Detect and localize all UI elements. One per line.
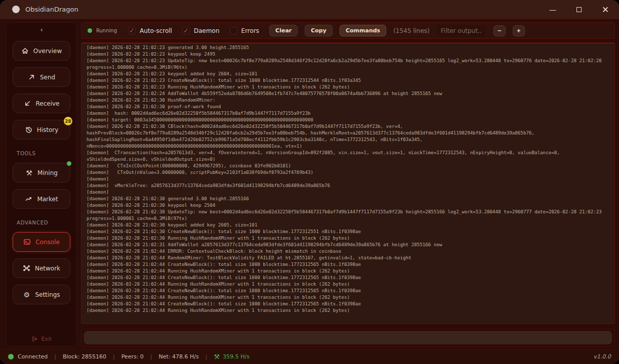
gear-icon: ⚙ (23, 291, 30, 298)
log-line: [daemon] 2026-02-28 21:02:44 ERROR: Cont… (87, 248, 609, 254)
log-line: [daemon] CTxOut(nValue=3.00000000, scrip… (87, 169, 609, 175)
clear-button[interactable]: Clear (269, 25, 298, 36)
connection-label: Connected (18, 353, 48, 360)
close-icon[interactable]: ✕ (599, 5, 612, 15)
local-hashrate: ⚒ 359.5 H/s (214, 353, 250, 360)
line-count: (1545 lines) (393, 27, 430, 34)
sidebar-item-label: Overview (33, 48, 62, 55)
exit-label: Exit (42, 336, 52, 342)
log-line: [daemon] 2026-02-28 21:02:24 AddToWallet… (87, 90, 609, 97)
exit-door-icon (31, 336, 38, 342)
checkbox-box: ✓ (128, 27, 136, 34)
window-controls: — ✕ (546, 5, 612, 15)
log-line: [daemon] 2026-02-28 21:02:23 Running Hus… (87, 83, 609, 90)
app-title: ObsidianDragon (25, 6, 78, 13)
daemon-checkbox[interactable]: ✓ Daemon (182, 27, 220, 34)
minimize-icon[interactable]: — (546, 6, 559, 14)
block-height: Block: 2855160 (63, 353, 106, 360)
app-logo-icon (12, 6, 20, 13)
commands-button[interactable]: Commands (340, 25, 386, 36)
log-line: [daemon] 2026-02-28 21:02:30 CBlock(hash… (87, 123, 609, 149)
filter-output-input[interactable] (437, 25, 485, 36)
log-line: [daemon] CTransaction(hash=a2057613d3, v… (87, 149, 609, 162)
log-line: [daemon] 2026-02-28 21:02:44 CreateNewBl… (87, 274, 609, 281)
daemon-status: Running (88, 28, 117, 33)
log-line: [daemon] 2026-02-28 21:02:44 RandomXMine… (87, 254, 609, 261)
log-line: [daemon] 2026-02-28 21:02:23 keypool add… (87, 70, 609, 77)
checkbox-label: Errors (241, 27, 260, 34)
checkbox-box: ✓ (182, 27, 190, 34)
log-line: [daemon] 2026-02-28 21:02:30 proof-of-wo… (87, 103, 609, 110)
sidebar-item-label: Console (35, 239, 60, 246)
sidebar: ‹ Overview Send Receive (6, 22, 77, 347)
log-line: [daemon] CTxIn(COutPoint(000000000, 4294… (87, 162, 609, 169)
console-output[interactable]: [daemon] 2026-02-28 21:02:23 generated 3… (81, 42, 615, 324)
log-line: [daemon] 2026-02-28 21:02:44 Running Hus… (87, 267, 609, 274)
font-increase-button[interactable]: + (513, 25, 525, 36)
errors-checkbox[interactable]: ✓ Errors (230, 27, 260, 34)
send-arrow-icon (28, 73, 35, 81)
pickaxe-icon: ⚒ (214, 353, 220, 360)
mining-active-dot (67, 161, 71, 166)
sidebar-item-network[interactable]: Network (13, 258, 70, 278)
sidebar-item-label: Mining (37, 169, 58, 176)
separator: | (54, 353, 56, 360)
command-input-strip (81, 329, 615, 347)
sidebar-item-label: Network (35, 265, 60, 272)
hammer-pick-icon: ⚒ (25, 169, 33, 176)
sidebar-item-mining[interactable]: ⚒ Mining (13, 163, 70, 183)
log-line: [daemon] 2026-02-28 21:02:23 UpdateTip: … (87, 57, 609, 70)
maximize-icon[interactable] (572, 6, 586, 14)
sidebar-item-label: Receive (36, 100, 60, 107)
font-decrease-button[interactable]: − (493, 25, 506, 36)
console-page: Running ✓ Auto-scroll ✓ Daemon ✓ Errors … (81, 22, 615, 347)
command-input[interactable] (84, 331, 612, 344)
separator: | (113, 353, 115, 360)
log-line: [daemon] 2026-02-28 21:02:23 keypool kee… (87, 51, 609, 57)
checkbox-label: Auto-scroll (140, 27, 172, 34)
sidebar-item-overview[interactable]: Overview (13, 41, 70, 61)
running-status-label: Running (96, 28, 117, 33)
local-hashrate-value: 359.5 H/s (223, 353, 250, 360)
running-status-dot (88, 28, 92, 33)
log-line: [daemon] 2026-02-28 21:02:31 AddToWallet… (87, 241, 609, 248)
trending-chart-icon (25, 195, 32, 203)
separator: | (150, 353, 152, 360)
sidebar-item-send[interactable]: Send (13, 67, 70, 87)
log-line: [daemon] 2026-02-28 21:02:44 Running Hus… (87, 307, 609, 313)
check-icon: ✓ (183, 26, 189, 34)
log-line: [daemon] 2026-02-28 21:02:23 CreateNewBl… (87, 77, 609, 83)
log-line: [daemon] vMerkleTree: a2057613d377c13764… (87, 182, 609, 189)
network-hashrate: Net: 478.6 H/s (159, 353, 199, 360)
home-icon (21, 47, 29, 55)
history-clock-icon (25, 126, 32, 133)
exit-button[interactable]: Exit (31, 336, 52, 342)
sidebar-item-label: History (37, 126, 59, 133)
log-line: [daemon] 2026-02-28 21:02:44 CreateNewBl… (87, 261, 609, 267)
app-version: v1.0.0 (594, 353, 611, 360)
connected-dot-icon (8, 354, 14, 359)
sidebar-item-console[interactable]: Console (13, 232, 70, 252)
autoscroll-checkbox[interactable]: ✓ Auto-scroll (128, 27, 172, 34)
sidebar-item-label: Market (37, 196, 58, 203)
connection-status: Connected (8, 353, 48, 360)
log-line: [daemon] 2026-02-28 21:02:44 CreateNewBl… (87, 287, 609, 294)
log-line: [daemon] 2026-02-28 21:02:30 keypool add… (87, 221, 609, 228)
log-line: [daemon] 2026-02-28 21:02:44 CreateNewBl… (87, 300, 609, 307)
sidebar-item-market[interactable]: Market (13, 189, 70, 209)
sidebar-collapse-button[interactable]: ‹ (35, 25, 48, 34)
log-line: [daemon] 2026-02-28 21:02:30 UpdateTip: … (87, 208, 609, 221)
sidebar-item-receive[interactable]: Receive (13, 94, 70, 113)
log-line: [daemon] 2026-02-28 21:02:30 generated 3… (87, 195, 609, 202)
tools-section-label: TOOLS (17, 151, 36, 156)
log-line: [daemon] 2026-02-28 21:02:44 Running Hus… (87, 281, 609, 287)
log-line: [daemon] hash: 0002d4ad6ec6d26e02d32258f… (87, 110, 609, 116)
copy-button[interactable]: Copy (305, 25, 333, 36)
log-line: [daemon] 2026-02-28 21:02:30 CreateNewBl… (87, 228, 609, 235)
statusbar: Connected | Block: 2855160 | Peers: 0 | … (0, 349, 619, 364)
sidebar-item-settings[interactable]: ⚙ Settings (13, 285, 70, 304)
sidebar-item-history[interactable]: History 28 (13, 120, 70, 140)
separator: | (205, 353, 208, 360)
check-icon: ✓ (129, 26, 135, 34)
app-window: ObsidianDragon — ✕ ‹ Overview Send (0, 0, 619, 364)
